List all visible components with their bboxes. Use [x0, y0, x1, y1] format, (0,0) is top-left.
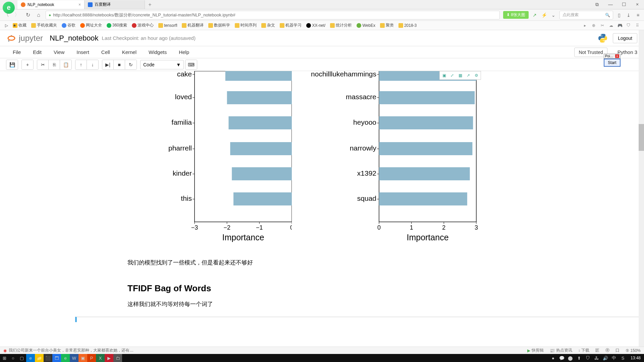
window-restore-icon[interactable]: ⧉ [590, 2, 604, 7]
floating-widget[interactable]: Poi…x Start [604, 54, 621, 67]
headline-ticker[interactable]: 我们公司新来一个前台小美女，非常惹实那种，大家都喜欢她，还有… [9, 348, 133, 353]
puzzle-icon[interactable]: ⊕ [590, 23, 597, 28]
app-icon[interactable]: ⬛ [44, 354, 52, 362]
bookmark-item[interactable]: 谷歌 [60, 22, 77, 29]
command-palette-icon[interactable]: ⌨ [185, 60, 197, 69]
move-up-icon[interactable]: ↑ [75, 60, 87, 69]
tray-icon[interactable]: ⬤ [566, 354, 575, 362]
url-input[interactable]: ● http://localhost:8888/notebooks/数据分析/c… [46, 11, 500, 19]
menu-widgets[interactable]: Widgets [143, 47, 173, 57]
bookmark-item[interactable]: ★收藏 [11, 22, 28, 29]
new-tab-button[interactable]: + [145, 2, 155, 8]
menu-insert[interactable]: Insert [70, 47, 95, 57]
menu-view[interactable]: View [48, 47, 70, 57]
taskview-icon[interactable]: ▢ [17, 354, 26, 362]
bookmark-item[interactable]: 统计分析 [328, 22, 354, 29]
run-icon[interactable]: ▶| [102, 60, 114, 69]
menu-cell[interactable]: Cell [95, 47, 116, 57]
menu-icon[interactable]: ≡ [635, 12, 641, 18]
not-trusted-button[interactable]: Not Trusted [574, 48, 607, 57]
download-badge[interactable]: ⬇ 8张大图 [503, 11, 529, 19]
close-icon[interactable]: × [78, 2, 81, 7]
app-icon[interactable]: X [96, 354, 105, 362]
menu-kernel[interactable]: Kernel [116, 47, 143, 57]
app-icon[interactable]: 📁 [35, 354, 44, 362]
bookmark-icon[interactable]: ▣ [440, 72, 448, 79]
app-icon[interactable]: P [87, 354, 96, 362]
bookmark-item[interactable]: XX-net/ [305, 22, 327, 28]
bookmark-item[interactable]: 机器翻译 [180, 22, 205, 29]
start-button[interactable]: Start [604, 59, 621, 67]
tab-active[interactable]: NLP_notebook × [17, 0, 85, 9]
window-maximize-icon[interactable]: ☐ [617, 2, 631, 7]
vertical-scrollbar[interactable] [639, 30, 644, 347]
tray-icon[interactable]: 🔊 [601, 354, 610, 362]
sb-item[interactable]: ⓔ [605, 348, 609, 353]
chevron-down-icon[interactable]: ⌄ [550, 12, 557, 18]
app-icon[interactable]: e [61, 354, 70, 362]
bookmark-item[interactable]: tensorfl [157, 22, 179, 28]
expand-icon[interactable]: ⤢ [448, 72, 456, 79]
menu-help[interactable]: Help [173, 47, 195, 57]
tray-icon[interactable]: ● [549, 354, 557, 362]
video-icon[interactable]: ▸ [582, 23, 588, 28]
tray-icon[interactable]: ⬆ [575, 354, 584, 362]
forward-icon[interactable]: 〉 [13, 11, 21, 18]
scrollbar-thumb[interactable] [639, 124, 644, 151]
window-minimize-icon[interactable]: — [604, 2, 617, 7]
copy-icon[interactable]: ⎘ [49, 60, 60, 69]
app-icon[interactable]: e [26, 354, 35, 362]
close-icon[interactable]: x [615, 54, 619, 58]
bookmark-item[interactable]: 数据科学 [207, 22, 232, 29]
app-icon[interactable]: 🗀 [113, 354, 122, 362]
share-icon[interactable]: ↗ [531, 12, 538, 18]
cell-type-select[interactable]: Code ▼ [140, 60, 184, 69]
logout-button[interactable]: Logout [613, 33, 637, 43]
add-cell-icon[interactable]: + [22, 60, 33, 69]
reload-icon[interactable]: ↻ [24, 12, 32, 18]
bookmark-item[interactable]: 360搜索 [105, 22, 129, 29]
tray-icon[interactable]: 🖧 [592, 354, 601, 362]
cloud-icon[interactable]: ☁ [608, 23, 614, 28]
window-close-icon[interactable]: × [631, 2, 644, 7]
bookmark-item[interactable]: 手机收藏夹 [30, 22, 59, 29]
cut-icon[interactable]: ✂ [37, 60, 49, 69]
gear-icon[interactable]: ⚙ [473, 72, 480, 79]
tab-inactive[interactable]: 百度翻译 [85, 0, 145, 9]
menu-file[interactable]: File [7, 47, 27, 57]
panel-icon[interactable]: ▯ [616, 12, 623, 18]
scissors-icon[interactable]: ✂ [599, 23, 606, 28]
search-icon[interactable]: 🔍 [605, 13, 610, 17]
restart-icon[interactable]: ↻ [125, 60, 137, 69]
bookmark-item[interactable]: WebEx [355, 22, 377, 28]
move-down-icon[interactable]: ↓ [87, 60, 98, 69]
sb-zoom[interactable]: ⑤ 150% [626, 348, 641, 353]
tray-ime-icon[interactable]: 中 [610, 354, 619, 362]
notebook-title[interactable]: NLP_notebook [50, 34, 99, 43]
app-icon[interactable]: ▶ [105, 354, 113, 362]
tray-icon[interactable]: ⛉ [584, 354, 592, 362]
app-icon[interactable]: W [70, 354, 78, 362]
screenshot-icon[interactable]: ▦ [457, 72, 464, 79]
sb-item[interactable]: 口 [615, 348, 620, 353]
search-input[interactable]: 点此搜索 🔍 [559, 11, 613, 19]
home-icon[interactable]: ⌂ [35, 12, 42, 18]
sb-item[interactable]: ↓ 下载 [578, 348, 589, 353]
sb-item[interactable]: ▶快剪辑 [527, 348, 544, 353]
bookmark-item[interactable]: 机器学习 [278, 22, 303, 29]
back-icon[interactable]: 〈 [3, 11, 10, 18]
bookmark-item[interactable]: 杂文 [260, 22, 277, 29]
bookmarks-toggle-icon[interactable]: ▷ [3, 22, 10, 28]
bookmark-item[interactable]: 2018-3 [397, 22, 418, 28]
menu-edit[interactable]: Edit [27, 47, 48, 57]
selected-cell-border[interactable] [75, 317, 639, 322]
game-icon[interactable]: 🎮 [616, 23, 623, 28]
save-icon[interactable]: 💾 [6, 60, 18, 69]
stop-icon[interactable]: ■ [114, 60, 125, 69]
app-icon[interactable]: ▣ [78, 354, 87, 362]
bookmark-item[interactable]: 网址大全 [78, 22, 104, 29]
app-icon[interactable]: 🗔 [52, 354, 61, 362]
taskbar-clock[interactable]: 13:48 [627, 356, 644, 360]
paste-icon[interactable]: 📋 [60, 60, 71, 69]
headline-ticker-icon[interactable]: ◉ [3, 348, 7, 353]
